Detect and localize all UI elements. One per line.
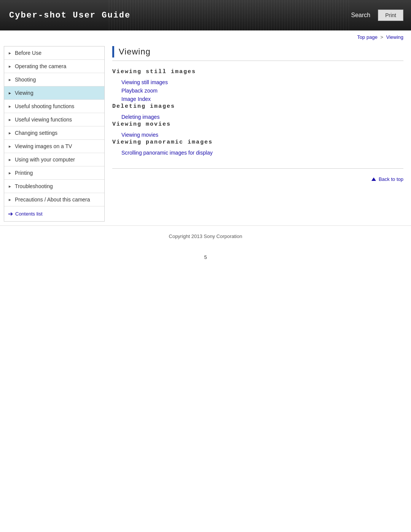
breadcrumb: Top page > Viewing bbox=[0, 30, 411, 42]
page-heading: Viewing bbox=[112, 46, 403, 61]
sidebar-item-changing-settings[interactable]: ► Changing settings bbox=[4, 126, 104, 140]
sidebar-item-label: Troubleshooting bbox=[15, 183, 53, 189]
page-number: 5 bbox=[0, 247, 411, 268]
arrow-icon: ► bbox=[8, 118, 12, 122]
arrow-icon: ► bbox=[8, 184, 12, 189]
section-viewing-panoramic: Viewing panoramic images Scrolling panor… bbox=[112, 139, 403, 157]
sidebar-item-label: Useful viewing functions bbox=[15, 117, 72, 123]
section-heading-viewing-movies: Viewing movies bbox=[112, 121, 403, 128]
sidebar-item-before-use[interactable]: ► Before Use bbox=[4, 46, 104, 60]
sidebar-item-useful-viewing[interactable]: ► Useful viewing functions bbox=[4, 113, 104, 126]
arrow-icon: ► bbox=[8, 104, 12, 109]
section-deleting-images: Deleting images Deleting images bbox=[112, 103, 403, 121]
section-heading-viewing-panoramic: Viewing panoramic images bbox=[112, 139, 403, 145]
breadcrumb-current: Viewing bbox=[386, 34, 403, 40]
sidebar-item-shooting[interactable]: ► Shooting bbox=[4, 73, 104, 86]
sidebar-item-label: Useful shooting functions bbox=[15, 103, 74, 109]
header: Cyber-shot User Guide Search Print bbox=[0, 0, 411, 30]
sidebar-item-troubleshooting[interactable]: ► Troubleshooting bbox=[4, 180, 104, 193]
sidebar-item-operating-camera[interactable]: ► Operating the camera bbox=[4, 60, 104, 73]
sidebar-item-printing[interactable]: ► Printing bbox=[4, 166, 104, 180]
section-viewing-movies: Viewing movies Viewing movies bbox=[112, 121, 403, 139]
contents-list-link[interactable]: ➔ Contents list bbox=[4, 206, 104, 221]
sidebar-item-label: Printing bbox=[15, 170, 33, 176]
copyright-text: Copyright 2013 Sony Corporation bbox=[169, 233, 242, 239]
sidebar-item-label: Changing settings bbox=[15, 130, 57, 136]
heading-accent bbox=[112, 46, 114, 58]
link-deleting-images[interactable]: Deleting images bbox=[112, 113, 403, 121]
header-buttons: Search Print bbox=[347, 10, 411, 21]
back-to-top-row: Back to top bbox=[112, 168, 403, 186]
search-button[interactable]: Search bbox=[347, 10, 375, 21]
arrow-icon: ► bbox=[8, 78, 12, 82]
link-scrolling-panoramic[interactable]: Scrolling panoramic images for display bbox=[112, 149, 403, 157]
triangle-up-icon bbox=[371, 177, 376, 181]
content-area: Viewing Viewing still images Viewing sti… bbox=[112, 42, 407, 186]
back-to-top-link[interactable]: Back to top bbox=[371, 176, 403, 182]
arrow-icon: ► bbox=[8, 198, 12, 202]
breadcrumb-separator: > bbox=[379, 34, 385, 40]
back-to-top-label: Back to top bbox=[379, 176, 403, 182]
sidebar-item-label: Viewing images on a TV bbox=[15, 143, 72, 149]
arrow-icon: ► bbox=[8, 64, 12, 69]
sidebar-item-label: Precautions / About this camera bbox=[15, 197, 90, 203]
section-heading-deleting-images: Deleting images bbox=[112, 103, 403, 110]
link-image-index[interactable]: Image Index bbox=[112, 95, 403, 103]
arrow-icon: ► bbox=[8, 131, 12, 135]
arrow-icon: ► bbox=[8, 51, 12, 55]
sidebar-item-label: Shooting bbox=[15, 77, 36, 83]
contents-list-label: Contents list bbox=[15, 211, 43, 217]
arrow-icon: ► bbox=[8, 144, 12, 149]
sidebar-item-viewing[interactable]: ► Viewing bbox=[4, 86, 104, 100]
section-viewing-still-images: Viewing still images Viewing still image… bbox=[112, 69, 403, 103]
page-title: Viewing bbox=[119, 47, 151, 57]
arrow-icon: ► bbox=[8, 171, 12, 175]
sidebar: ► Before Use ► Operating the camera ► Sh… bbox=[4, 46, 105, 222]
sidebar-item-label: Before Use bbox=[15, 50, 41, 56]
sidebar-item-label: Using with your computer bbox=[15, 157, 75, 163]
link-playback-zoom[interactable]: Playback zoom bbox=[112, 86, 403, 95]
main-layout: ► Before Use ► Operating the camera ► Sh… bbox=[0, 42, 411, 222]
sidebar-item-useful-shooting[interactable]: ► Useful shooting functions bbox=[4, 100, 104, 113]
site-title: Cyber-shot User Guide bbox=[0, 11, 131, 20]
footer: Copyright 2013 Sony Corporation bbox=[0, 225, 411, 247]
arrow-icon: ► bbox=[8, 158, 12, 162]
print-button[interactable]: Print bbox=[378, 10, 403, 21]
sidebar-item-label: Operating the camera bbox=[15, 63, 66, 69]
sidebar-item-precautions[interactable]: ► Precautions / About this camera bbox=[4, 193, 104, 206]
arrow-icon: ► bbox=[8, 91, 12, 95]
sidebar-item-viewing-tv[interactable]: ► Viewing images on a TV bbox=[4, 140, 104, 153]
link-viewing-still-images[interactable]: Viewing still images bbox=[112, 78, 403, 86]
section-heading-viewing-still-images: Viewing still images bbox=[112, 69, 403, 75]
link-viewing-movies[interactable]: Viewing movies bbox=[112, 131, 403, 139]
breadcrumb-top-link[interactable]: Top page bbox=[357, 34, 378, 40]
sidebar-item-using-computer[interactable]: ► Using with your computer bbox=[4, 153, 104, 166]
arrow-right-icon: ➔ bbox=[8, 210, 13, 217]
sidebar-item-label: Viewing bbox=[15, 90, 33, 96]
